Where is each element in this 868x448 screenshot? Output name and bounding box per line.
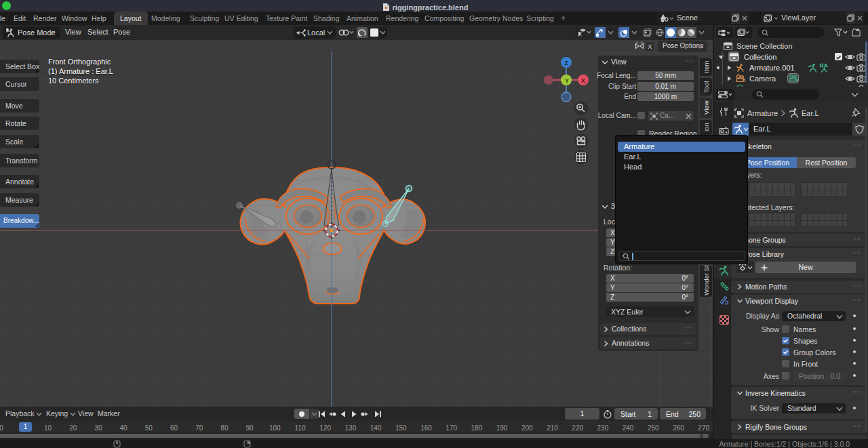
svg-text:X: X — [581, 77, 585, 84]
svg-text:Z: Z — [564, 60, 568, 66]
svg-text:Y: Y — [565, 77, 569, 84]
